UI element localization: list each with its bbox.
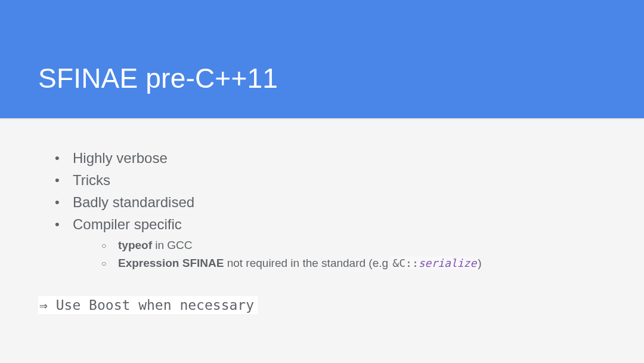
code-amp: &	[392, 257, 399, 269]
bullet-list: Highly verbose Tricks Badly standardised…	[38, 147, 606, 272]
slide-title: SFINAE pre-C++11	[38, 62, 278, 94]
arrow-icon: ⇒	[39, 297, 56, 313]
bullet-item: Highly verbose	[55, 147, 606, 169]
sub-bold: typeof	[118, 239, 152, 251]
sub-bullet-item: Expression SFINAE not required in the st…	[101, 254, 606, 272]
slide-body: Highly verbose Tricks Badly standardised…	[0, 118, 644, 314]
sub-bullet-list: typeof in GCC Expression SFINAE not requ…	[73, 236, 606, 272]
bullet-item: Tricks	[55, 169, 606, 191]
sub-bullet-item: typeof in GCC	[101, 236, 606, 254]
sub-close: )	[478, 257, 481, 269]
code-snippet: &C::serialize	[391, 257, 478, 269]
sub-text: in GCC	[152, 239, 193, 251]
sub-text: not required in the standard (e.g	[224, 257, 391, 269]
sub-bold: Expression SFINAE	[118, 257, 224, 269]
conclusion-text: Use Boost when necessary	[56, 297, 254, 313]
code-colons: ::	[405, 257, 419, 269]
slide-header: SFINAE pre-C++11	[0, 0, 644, 118]
bullet-item: Badly standardised	[55, 191, 606, 213]
code-class: C	[399, 257, 405, 269]
code-ident: serialize	[419, 257, 477, 269]
conclusion-line: ⇒ Use Boost when necessary	[38, 296, 258, 314]
bullet-text: Compiler specific	[73, 216, 182, 232]
bullet-item: Compiler specific typeof in GCC Expressi…	[55, 213, 606, 272]
